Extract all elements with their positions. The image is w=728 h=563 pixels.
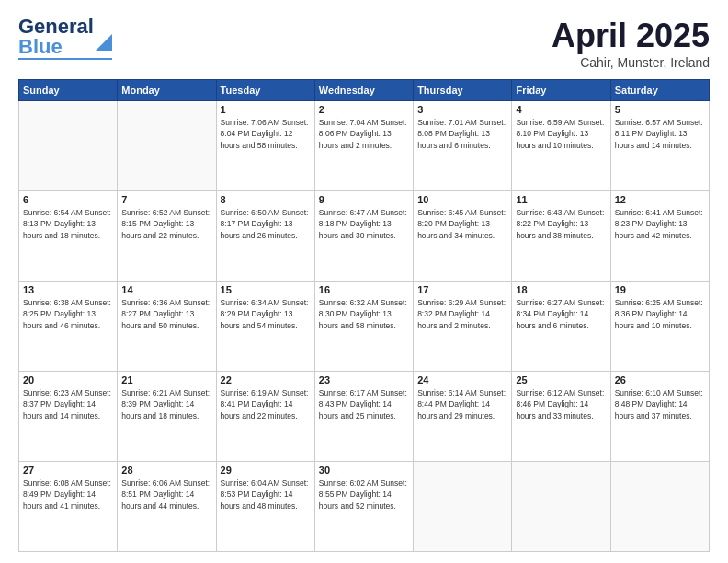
day-number: 27: [23, 465, 113, 476]
day-info: Sunrise: 6:47 AM Sunset: 8:18 PM Dayligh…: [319, 207, 409, 241]
day-number: 3: [417, 104, 507, 115]
day-number: 29: [221, 465, 311, 476]
day-info: Sunrise: 6:36 AM Sunset: 8:27 PM Dayligh…: [121, 297, 211, 331]
col-wednesday: Wednesday: [314, 80, 413, 101]
logo-blue: Blue: [18, 35, 63, 58]
col-monday: Monday: [118, 80, 216, 101]
table-row: 26Sunrise: 6:10 AM Sunset: 8:48 PM Dayli…: [610, 372, 709, 462]
table-row: 27Sunrise: 6:08 AM Sunset: 8:49 PM Dayli…: [19, 462, 118, 552]
table-row: [118, 101, 216, 191]
day-number: 11: [516, 194, 606, 205]
table-row: 17Sunrise: 6:29 AM Sunset: 8:32 PM Dayli…: [414, 282, 512, 372]
calendar-week-row: 1Sunrise: 7:06 AM Sunset: 8:04 PM Daylig…: [19, 101, 710, 191]
day-number: 30: [319, 465, 409, 476]
calendar-table: Sunday Monday Tuesday Wednesday Thursday…: [18, 79, 710, 552]
day-info: Sunrise: 6:52 AM Sunset: 8:15 PM Dayligh…: [121, 207, 211, 241]
table-row: 30Sunrise: 6:02 AM Sunset: 8:55 PM Dayli…: [314, 462, 413, 552]
logo: General Blue: [18, 17, 112, 60]
day-number: 14: [121, 284, 211, 295]
table-row: 16Sunrise: 6:32 AM Sunset: 8:30 PM Dayli…: [314, 282, 413, 372]
day-number: 5: [615, 104, 705, 115]
table-row: 20Sunrise: 6:23 AM Sunset: 8:37 PM Dayli…: [19, 372, 118, 462]
day-number: 21: [121, 374, 211, 385]
day-info: Sunrise: 6:08 AM Sunset: 8:49 PM Dayligh…: [23, 477, 113, 511]
day-number: 13: [23, 284, 113, 295]
day-number: 19: [615, 284, 705, 295]
day-info: Sunrise: 6:14 AM Sunset: 8:44 PM Dayligh…: [417, 387, 507, 421]
calendar-week-row: 20Sunrise: 6:23 AM Sunset: 8:37 PM Dayli…: [19, 372, 710, 462]
day-info: Sunrise: 6:45 AM Sunset: 8:20 PM Dayligh…: [417, 207, 507, 241]
day-number: 24: [417, 374, 507, 385]
table-row: 8Sunrise: 6:50 AM Sunset: 8:17 PM Daylig…: [216, 191, 314, 282]
day-number: 6: [23, 194, 113, 205]
table-row: 18Sunrise: 6:27 AM Sunset: 8:34 PM Dayli…: [512, 282, 610, 372]
day-info: Sunrise: 6:29 AM Sunset: 8:32 PM Dayligh…: [417, 297, 507, 331]
table-row: 13Sunrise: 6:38 AM Sunset: 8:25 PM Dayli…: [19, 282, 118, 372]
header: General Blue April 2025 Cahir, Munster, …: [18, 17, 710, 70]
table-row: 23Sunrise: 6:17 AM Sunset: 8:43 PM Dayli…: [314, 372, 413, 462]
table-row: 22Sunrise: 6:19 AM Sunset: 8:41 PM Dayli…: [216, 372, 314, 462]
day-info: Sunrise: 6:38 AM Sunset: 8:25 PM Dayligh…: [23, 297, 113, 331]
table-row: 28Sunrise: 6:06 AM Sunset: 8:51 PM Dayli…: [118, 462, 216, 552]
table-row: 25Sunrise: 6:12 AM Sunset: 8:46 PM Dayli…: [512, 372, 610, 462]
table-row: 7Sunrise: 6:52 AM Sunset: 8:15 PM Daylig…: [118, 191, 216, 282]
day-info: Sunrise: 6:19 AM Sunset: 8:41 PM Dayligh…: [221, 387, 311, 421]
table-row: 14Sunrise: 6:36 AM Sunset: 8:27 PM Dayli…: [118, 282, 216, 372]
day-number: 7: [121, 194, 211, 205]
day-number: 1: [221, 104, 311, 115]
day-number: 25: [516, 374, 606, 385]
day-info: Sunrise: 6:21 AM Sunset: 8:39 PM Dayligh…: [121, 387, 211, 421]
day-info: Sunrise: 7:04 AM Sunset: 8:06 PM Dayligh…: [319, 117, 409, 151]
day-info: Sunrise: 6:32 AM Sunset: 8:30 PM Dayligh…: [319, 297, 409, 331]
day-info: Sunrise: 6:12 AM Sunset: 8:46 PM Dayligh…: [516, 387, 606, 421]
day-info: Sunrise: 6:50 AM Sunset: 8:17 PM Dayligh…: [221, 207, 311, 241]
table-row: [610, 462, 709, 552]
day-info: Sunrise: 6:57 AM Sunset: 8:11 PM Dayligh…: [615, 117, 705, 151]
day-info: Sunrise: 6:59 AM Sunset: 8:10 PM Dayligh…: [516, 117, 606, 151]
day-number: 18: [516, 284, 606, 295]
day-info: Sunrise: 7:01 AM Sunset: 8:08 PM Dayligh…: [417, 117, 507, 151]
day-number: 2: [319, 104, 409, 115]
table-row: [19, 101, 118, 191]
table-row: 1Sunrise: 7:06 AM Sunset: 8:04 PM Daylig…: [216, 101, 314, 191]
day-number: 23: [319, 374, 409, 385]
table-row: 10Sunrise: 6:45 AM Sunset: 8:20 PM Dayli…: [414, 191, 512, 282]
table-row: 6Sunrise: 6:54 AM Sunset: 8:13 PM Daylig…: [19, 191, 118, 282]
table-row: 24Sunrise: 6:14 AM Sunset: 8:44 PM Dayli…: [414, 372, 512, 462]
day-number: 26: [615, 374, 705, 385]
table-row: 4Sunrise: 6:59 AM Sunset: 8:10 PM Daylig…: [512, 101, 610, 191]
calendar-week-row: 27Sunrise: 6:08 AM Sunset: 8:49 PM Dayli…: [19, 462, 710, 552]
day-number: 4: [516, 104, 606, 115]
day-info: Sunrise: 6:43 AM Sunset: 8:22 PM Dayligh…: [516, 207, 606, 241]
table-row: 11Sunrise: 6:43 AM Sunset: 8:22 PM Dayli…: [512, 191, 610, 282]
day-info: Sunrise: 7:06 AM Sunset: 8:04 PM Dayligh…: [221, 117, 311, 151]
day-number: 10: [417, 194, 507, 205]
table-row: 12Sunrise: 6:41 AM Sunset: 8:23 PM Dayli…: [610, 191, 709, 282]
table-row: 15Sunrise: 6:34 AM Sunset: 8:29 PM Dayli…: [216, 282, 314, 372]
table-row: 29Sunrise: 6:04 AM Sunset: 8:53 PM Dayli…: [216, 462, 314, 552]
table-row: [414, 462, 512, 552]
day-number: 20: [23, 374, 113, 385]
day-info: Sunrise: 6:06 AM Sunset: 8:51 PM Dayligh…: [121, 477, 211, 511]
day-number: 16: [319, 284, 409, 295]
day-number: 17: [417, 284, 507, 295]
svg-marker-0: [96, 34, 112, 51]
col-thursday: Thursday: [414, 80, 512, 101]
day-info: Sunrise: 6:02 AM Sunset: 8:55 PM Dayligh…: [319, 477, 409, 511]
day-number: 28: [121, 465, 211, 476]
day-info: Sunrise: 6:27 AM Sunset: 8:34 PM Dayligh…: [516, 297, 606, 331]
title-month: April 2025: [552, 17, 710, 55]
day-number: 9: [319, 194, 409, 205]
day-info: Sunrise: 6:25 AM Sunset: 8:36 PM Dayligh…: [615, 297, 705, 331]
day-info: Sunrise: 6:23 AM Sunset: 8:37 PM Dayligh…: [23, 387, 113, 421]
calendar-header-row: Sunday Monday Tuesday Wednesday Thursday…: [19, 80, 710, 101]
table-row: 9Sunrise: 6:47 AM Sunset: 8:18 PM Daylig…: [314, 191, 413, 282]
day-info: Sunrise: 6:04 AM Sunset: 8:53 PM Dayligh…: [221, 477, 311, 511]
table-row: 5Sunrise: 6:57 AM Sunset: 8:11 PM Daylig…: [610, 101, 709, 191]
day-info: Sunrise: 6:17 AM Sunset: 8:43 PM Dayligh…: [319, 387, 409, 421]
table-row: 3Sunrise: 7:01 AM Sunset: 8:08 PM Daylig…: [414, 101, 512, 191]
calendar-week-row: 6Sunrise: 6:54 AM Sunset: 8:13 PM Daylig…: [19, 191, 710, 282]
day-info: Sunrise: 6:41 AM Sunset: 8:23 PM Dayligh…: [615, 207, 705, 241]
title-location: Cahir, Munster, Ireland: [552, 55, 710, 70]
table-row: 19Sunrise: 6:25 AM Sunset: 8:36 PM Dayli…: [610, 282, 709, 372]
